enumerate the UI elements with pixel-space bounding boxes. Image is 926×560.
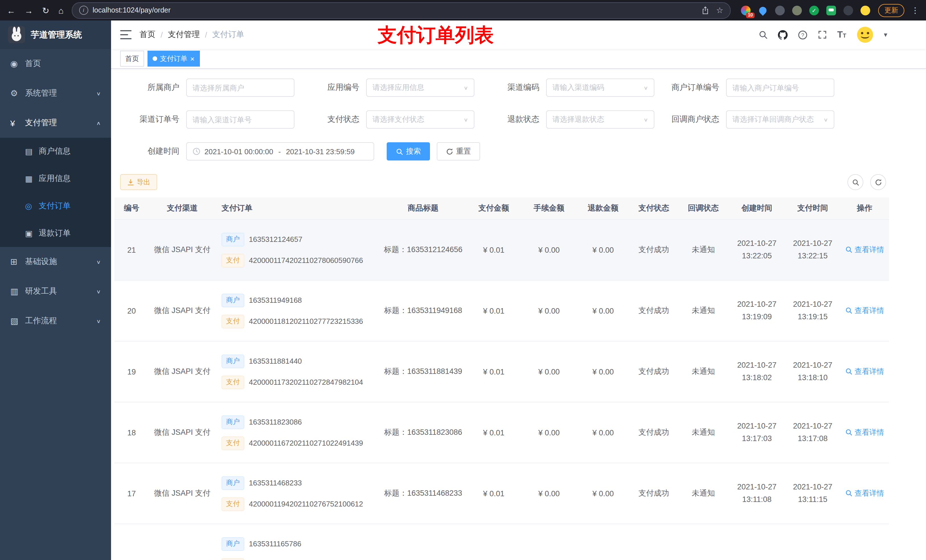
- view-detail-link[interactable]: 查看详情: [845, 245, 884, 255]
- table-row[interactable]: 商户1635311165786 支付: [115, 524, 889, 560]
- view-detail-link[interactable]: 查看详情: [845, 306, 884, 316]
- sidebar-item-refund-order[interactable]: ▣ 退款订单: [0, 220, 111, 247]
- pay-channel-cell: 微信 JSAPI 支付: [149, 341, 216, 402]
- sidebar-item-label: 系统管理: [25, 88, 96, 98]
- search-button-label: 搜索: [406, 146, 421, 157]
- user-avatar[interactable]: [856, 26, 874, 43]
- browser-update-button[interactable]: 更新: [878, 4, 904, 17]
- hamburger-icon[interactable]: [120, 30, 132, 39]
- close-icon[interactable]: ×: [190, 55, 195, 62]
- column-header-amount: 支付金额: [466, 198, 521, 219]
- chat-extension-icon[interactable]: [826, 5, 836, 15]
- actions-cell: 查看详情: [840, 463, 889, 524]
- channel-order-filter-input[interactable]: [186, 110, 294, 128]
- sidebar-item-pay-order[interactable]: ◎ 支付订单: [0, 192, 111, 220]
- breadcrumb-separator: /: [160, 30, 163, 39]
- merchant-order-no: 1635311468233: [249, 478, 302, 487]
- browser-menu-icon[interactable]: ⋮: [910, 6, 919, 14]
- tools-icon: ▥: [10, 286, 25, 296]
- view-detail-link[interactable]: 查看详情: [845, 367, 884, 377]
- table-row[interactable]: 21 微信 JSAPI 支付 商户1635312124657 支付4200001…: [115, 219, 889, 280]
- bookmark-star-icon[interactable]: ☆: [716, 6, 723, 15]
- svg-text:?: ?: [801, 32, 804, 38]
- app-filter-select[interactable]: 请选择应用信息 ∨: [366, 78, 474, 97]
- search-icon[interactable]: [758, 30, 768, 39]
- tab-home[interactable]: 首页: [120, 51, 144, 66]
- view-detail-link[interactable]: 查看详情: [845, 488, 884, 498]
- pay-time-cell: 2021-10-2713:11:15: [785, 463, 840, 524]
- emoji-extension-icon[interactable]: [861, 5, 870, 15]
- table-row[interactable]: 19 微信 JSAPI 支付 商户1635311881440 支付4200001…: [115, 341, 889, 402]
- export-button[interactable]: 导出: [120, 174, 157, 190]
- fee-cell: ¥ 0.00: [521, 341, 577, 402]
- sidebar-item-infrastructure[interactable]: ⊞ 基础设施 ∨: [0, 247, 111, 276]
- column-header-pay-time: 支付时间: [785, 198, 840, 219]
- breadcrumb: 首页 / 支付管理 / 支付订单: [139, 30, 244, 40]
- top-navbar: 首页 / 支付管理 / 支付订单 支付订单列表 ?: [111, 21, 926, 49]
- sidebar-item-workflow[interactable]: ▧ 工作流程 ∨: [0, 306, 111, 336]
- home-icon[interactable]: ⌂: [58, 6, 64, 15]
- table-row[interactable]: 17 微信 JSAPI 支付 商户1635311468233 支付4200001…: [115, 463, 889, 524]
- fullscreen-icon[interactable]: [818, 30, 827, 39]
- fee-cell: ¥ 0.00: [521, 402, 577, 463]
- forward-icon[interactable]: →: [24, 6, 33, 15]
- search-icon: [845, 490, 852, 497]
- refund-cell: ¥ 0.00: [577, 341, 629, 402]
- back-icon[interactable]: ←: [7, 6, 15, 15]
- actions-cell: 查看详情: [840, 341, 889, 402]
- merchant-order-filter-input[interactable]: [726, 78, 834, 97]
- blue-drop-extension-icon[interactable]: [758, 5, 768, 16]
- card-icon: ▤: [25, 147, 39, 156]
- create-time-range-picker[interactable]: 2021-10-01 00:00:00 - 2021-10-31 23:59:5…: [186, 142, 374, 160]
- create-time-cell: [728, 524, 785, 560]
- gray-extension-icon[interactable]: [775, 5, 785, 15]
- reset-button[interactable]: 重置: [437, 142, 480, 160]
- refresh-button[interactable]: [870, 174, 886, 190]
- sidebar-item-merchant-info[interactable]: ▤ 商户信息: [0, 138, 111, 165]
- breadcrumb-home[interactable]: 首页: [139, 30, 156, 40]
- olive-extension-icon[interactable]: [792, 5, 802, 15]
- sidebar-item-dev-tools[interactable]: ▥ 研发工具 ∨: [0, 276, 111, 306]
- site-info-icon[interactable]: i: [79, 6, 88, 15]
- create-time-cell: 2021-10-2713:17:03: [728, 402, 785, 463]
- pay-channel-cell: 微信 JSAPI 支付: [149, 280, 216, 341]
- table-row[interactable]: 18 微信 JSAPI 支付 商户1635311823086 支付4200001…: [115, 402, 889, 463]
- view-detail-link[interactable]: 查看详情: [845, 427, 884, 438]
- order-id-cell: 21: [115, 219, 149, 280]
- caret-down-icon[interactable]: ▾: [884, 31, 887, 39]
- channel-code-filter-select[interactable]: 请输入渠道编码 ∨: [546, 78, 654, 97]
- column-header-channel: 支付渠道: [149, 198, 216, 219]
- reload-icon[interactable]: ↻: [42, 6, 49, 15]
- pay-status-filter-select[interactable]: 请选择支付状态 ∨: [366, 110, 474, 128]
- sidebar-item-payment[interactable]: ¥ 支付管理 ∧: [0, 108, 111, 138]
- font-size-icon[interactable]: TT: [837, 30, 846, 40]
- pay-order-no: 4200001173202110272847982104: [249, 378, 363, 386]
- table-row[interactable]: 20 微信 JSAPI 支付 商户1635311949168 支付4200001…: [115, 280, 889, 341]
- sidebar-item-home[interactable]: ◉ 首页: [0, 49, 111, 78]
- search-toggle-button[interactable]: [847, 174, 863, 190]
- dark-extension-icon[interactable]: [843, 5, 853, 15]
- amount-cell: ¥ 0.01: [466, 341, 521, 402]
- fee-cell: ¥ 0.00: [521, 219, 577, 280]
- share-icon[interactable]: [702, 6, 709, 15]
- merchant-filter-input[interactable]: [186, 78, 294, 97]
- amount-cell: ¥ 0.01: [466, 402, 521, 463]
- green-check-extension-icon[interactable]: ✓: [809, 5, 819, 15]
- sidebar-item-app-info[interactable]: ▦ 应用信息: [0, 165, 111, 192]
- address-bar[interactable]: i localhost:1024/pay/order ☆: [71, 2, 731, 18]
- help-icon[interactable]: ?: [798, 30, 808, 39]
- refund-status-filter-select[interactable]: 请选择退款状态 ∨: [546, 110, 654, 128]
- pay-status-filter-label: 支付状态: [300, 115, 366, 125]
- sidebar-item-system[interactable]: ⚙ 系统管理 ∨: [0, 78, 111, 108]
- fee-cell: ¥ 0.00: [521, 280, 577, 341]
- status-cell: 支付成功: [629, 341, 678, 402]
- github-icon[interactable]: [778, 30, 788, 39]
- fee-cell: [521, 524, 577, 560]
- colorful-extension-icon[interactable]: 10: [741, 5, 750, 15]
- tab-pay-order[interactable]: 支付订单 ×: [147, 51, 200, 66]
- breadcrumb-payment[interactable]: 支付管理: [168, 30, 200, 40]
- create-time-filter-label: 创建时间: [120, 146, 186, 157]
- target-icon: ◎: [25, 201, 39, 211]
- callback-status-filter-select[interactable]: 请选择订单回调商户状态 ∨: [726, 110, 834, 128]
- search-button[interactable]: 搜索: [387, 142, 430, 160]
